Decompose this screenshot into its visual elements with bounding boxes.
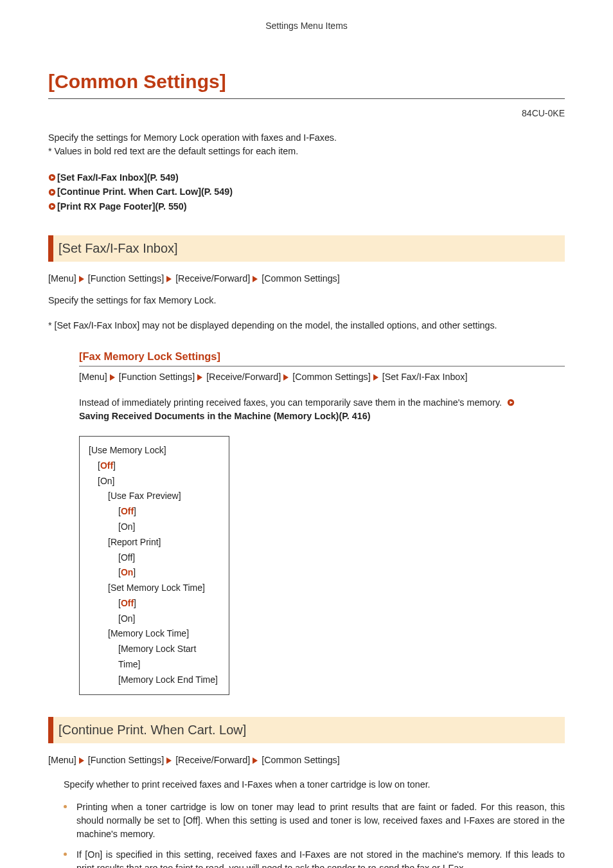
document-code: 84CU-0KE xyxy=(48,107,565,120)
svg-marker-8 xyxy=(253,276,258,282)
section-heading-set-fax-ifax-inbox: [Set Fax/I-Fax Inbox] xyxy=(48,235,565,262)
toc-item[interactable]: [Continue Print. When Cart. Low](P. 549) xyxy=(48,185,565,199)
settings-tree-item: [Off] xyxy=(89,550,220,566)
default-value: On xyxy=(121,567,133,577)
settings-tree-item: [On] xyxy=(89,565,220,581)
play-bullet-icon xyxy=(48,174,56,181)
bullet-text: If [On] is specified in this setting, re… xyxy=(76,849,565,868)
settings-tree-item: [On] xyxy=(89,474,220,489)
default-value: Off xyxy=(100,460,113,471)
subsection-body-lead: Instead of immediately printing received… xyxy=(79,397,504,408)
page-header: Settings Menu Items xyxy=(48,19,565,32)
intro-block: Specify the settings for Memory Lock ope… xyxy=(48,131,565,158)
settings-tree-item: [Off] xyxy=(89,458,220,474)
breadcrumb-segment: [Receive/Forward] xyxy=(206,372,281,382)
bullet-item: If [On] is specified in this setting, re… xyxy=(64,848,565,868)
section-paragraph: Specify the settings for fax Memory Lock… xyxy=(48,294,565,307)
subsection-heading: [Fax Memory Lock Settings] xyxy=(79,350,220,362)
chevron-right-icon xyxy=(373,374,380,381)
svg-marker-11 xyxy=(283,374,289,381)
breadcrumb: [Menu][Function Settings][Receive/Forwar… xyxy=(48,754,565,767)
breadcrumb-segment: [Receive/Forward] xyxy=(175,755,250,765)
toc-item[interactable]: [Print RX Page Footer](P. 550) xyxy=(48,200,565,213)
settings-tree-item: [Memory Lock Time] xyxy=(89,626,220,642)
settings-tree-box: [Use Memory Lock][Off][On][Use Fax Previ… xyxy=(79,436,229,695)
svg-marker-17 xyxy=(253,757,258,764)
settings-tree-item: [Memory Lock End Time] xyxy=(89,673,220,688)
chevron-right-icon xyxy=(166,757,173,764)
intro-line: * Values in bold red text are the defaul… xyxy=(48,145,565,158)
chevron-right-icon xyxy=(283,374,290,381)
toc-list: [Set Fax/I-Fax Inbox](P. 549)[Continue P… xyxy=(48,171,565,213)
breadcrumb-segment: [Common Settings] xyxy=(262,755,340,765)
chevron-right-icon xyxy=(110,374,116,381)
settings-tree-item: [Memory Lock Start Time] xyxy=(89,642,220,673)
settings-tree-item: [Off] xyxy=(89,504,220,520)
breadcrumb: [Menu][Function Settings][Receive/Forwar… xyxy=(48,272,565,285)
chevron-right-icon xyxy=(79,757,85,764)
breadcrumb-segment: [Menu] xyxy=(48,755,76,765)
svg-marker-15 xyxy=(79,757,84,764)
bullet-list: Printing when a toner cartridge is low o… xyxy=(64,800,565,868)
section-note: * [Set Fax/I-Fax Inbox] may not be displ… xyxy=(48,319,565,332)
settings-tree-item: [Use Fax Preview] xyxy=(89,489,220,504)
play-bullet-icon xyxy=(48,203,56,210)
settings-tree-item: [Set Memory Lock Time] xyxy=(89,581,220,596)
default-value: Off xyxy=(121,598,134,608)
chevron-right-icon xyxy=(79,276,85,282)
bullet-text: Printing when a toner cartridge is low o… xyxy=(76,802,565,838)
settings-tree-item: [On] xyxy=(89,611,220,627)
play-bullet-icon xyxy=(48,188,56,196)
toc-item[interactable]: [Set Fax/I-Fax Inbox](P. 549) xyxy=(48,171,565,185)
breadcrumb-segment: [Function Settings] xyxy=(88,273,164,284)
svg-marker-12 xyxy=(373,374,378,381)
breadcrumb-segment: [Function Settings] xyxy=(119,372,195,382)
bullet-item: Printing when a toner cartridge is low o… xyxy=(64,800,565,840)
page-title: [Common Settings] xyxy=(48,68,565,99)
subsection-heading-row: [Fax Memory Lock Settings] xyxy=(79,349,565,366)
cross-reference-link[interactable]: Saving Received Documents in the Machine… xyxy=(79,411,370,421)
subsection-paragraph: Instead of immediately printing received… xyxy=(79,396,565,422)
breadcrumb-segment: [Receive/Forward] xyxy=(175,273,250,284)
breadcrumb-segment: [Menu] xyxy=(79,372,107,382)
chevron-right-icon xyxy=(253,757,259,764)
settings-tree-item: [On] xyxy=(89,520,220,535)
svg-marker-9 xyxy=(110,374,115,381)
svg-marker-7 xyxy=(166,276,172,282)
intro-line: Specify the settings for Memory Lock ope… xyxy=(48,131,565,145)
toc-item-label: [Print RX Page Footer](P. 550) xyxy=(57,200,187,213)
bullet-dot-icon xyxy=(64,805,67,808)
chevron-right-icon xyxy=(197,374,204,381)
bullet-dot-icon xyxy=(64,853,67,856)
section-paragraph: Specify whether to print received faxes … xyxy=(64,778,565,791)
default-value: Off xyxy=(121,506,134,516)
breadcrumb-segment: [Common Settings] xyxy=(292,372,371,382)
toc-item-label: [Set Fax/I-Fax Inbox](P. 549) xyxy=(57,171,179,185)
chevron-right-icon xyxy=(166,276,173,282)
breadcrumb: [Menu][Function Settings][Receive/Forwar… xyxy=(79,370,565,384)
svg-marker-6 xyxy=(79,276,84,282)
play-bullet-icon xyxy=(507,399,515,406)
svg-marker-16 xyxy=(166,757,172,764)
settings-tree-item: [Off] xyxy=(89,596,220,611)
chevron-right-icon xyxy=(253,276,259,282)
breadcrumb-segment: [Menu] xyxy=(48,273,76,284)
section-heading-continue-print-when-cart-low: [Continue Print. When Cart. Low] xyxy=(48,717,565,743)
toc-item-label: [Continue Print. When Cart. Low](P. 549) xyxy=(57,185,233,199)
settings-tree-item: [Use Memory Lock] xyxy=(89,443,220,458)
settings-tree-item: [Report Print] xyxy=(89,535,220,550)
breadcrumb-segment: [Common Settings] xyxy=(262,273,340,284)
svg-marker-10 xyxy=(197,374,202,381)
breadcrumb-segment: [Function Settings] xyxy=(88,755,164,765)
breadcrumb-segment: [Set Fax/I-Fax Inbox] xyxy=(382,372,468,382)
